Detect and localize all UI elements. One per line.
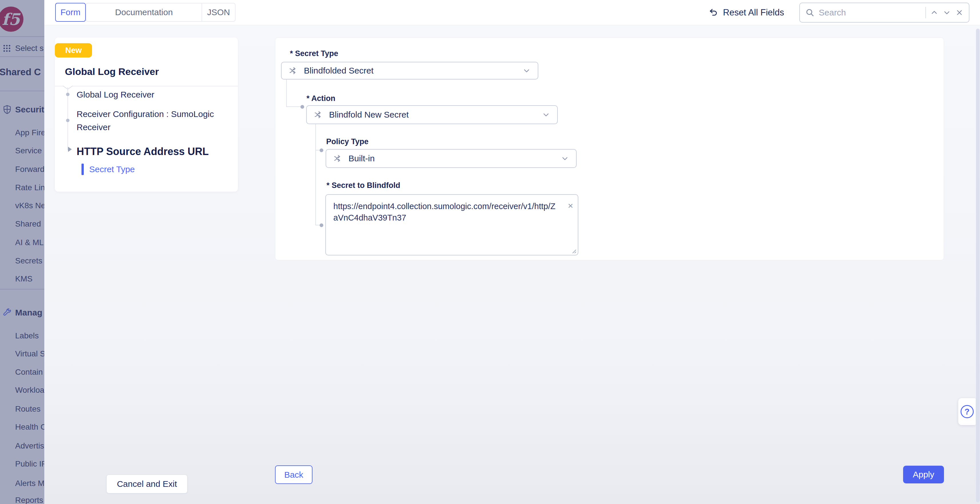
connector-dot bbox=[320, 223, 323, 227]
sidebar-section-label: Securit bbox=[15, 105, 44, 115]
left-sidebar: f5 Select s Shared C Securi bbox=[0, 0, 44, 504]
sidebar-item-rate-limiter[interactable]: Rate Lin bbox=[0, 182, 44, 193]
split-type-icon bbox=[288, 66, 298, 75]
policy-type-value: Built-in bbox=[348, 154, 555, 163]
grid-apps-icon bbox=[2, 44, 12, 53]
back-button[interactable]: Back bbox=[275, 466, 312, 484]
tab-group: Documentation JSON bbox=[86, 3, 235, 22]
help-question-icon: ? bbox=[961, 405, 974, 418]
resize-grip-icon[interactable] bbox=[570, 247, 577, 254]
sidebar-item-app-firewall[interactable]: App Fire bbox=[0, 127, 44, 139]
sidebar-divider bbox=[0, 56, 44, 57]
wizard-title: Global Log Receiver bbox=[65, 66, 159, 77]
shield-icon bbox=[2, 105, 12, 115]
secret-to-blindfold-label: * Secret to Blindfold bbox=[326, 181, 400, 190]
policy-type-label: Policy Type bbox=[326, 137, 369, 146]
wizard-nav-card: New Global Log Receiver Global Log Recei… bbox=[55, 37, 238, 191]
sidebar-item-kms[interactable]: KMS bbox=[0, 273, 44, 285]
tab-form[interactable]: Form bbox=[55, 3, 86, 22]
split-type-icon bbox=[313, 110, 323, 120]
search-divider bbox=[925, 7, 926, 18]
connector-line bbox=[315, 150, 316, 225]
tree-bullet bbox=[66, 119, 70, 122]
sidebar-item-virtual-sites[interactable]: Virtual S bbox=[0, 348, 44, 360]
f5-logo-text: f5 bbox=[2, 11, 20, 27]
secret-to-blindfold-field: https://endpoint4.collection.sumologic.c… bbox=[325, 194, 578, 255]
secret-type-label: * Secret Type bbox=[290, 49, 338, 58]
sidebar-item-workloads[interactable]: Workloa bbox=[0, 384, 44, 396]
wizard-step-global-log-receiver[interactable]: Global Log Receiver bbox=[76, 90, 154, 99]
reset-return-arrow-icon bbox=[708, 8, 718, 18]
sidebar-item-advertise-policies[interactable]: Advertis bbox=[0, 440, 44, 451]
search-box bbox=[799, 3, 969, 22]
wizard-step-secret-type[interactable]: Secret Type bbox=[89, 164, 135, 174]
workspace-title[interactable]: Shared C bbox=[0, 67, 44, 78]
action-value: Blindfold New Secret bbox=[329, 110, 536, 120]
sidebar-item-health-checks[interactable]: Health C bbox=[0, 421, 44, 433]
secret-type-value: Blindfolded Secret bbox=[304, 66, 517, 75]
split-type-icon bbox=[333, 154, 343, 163]
chevron-down-icon bbox=[522, 66, 531, 75]
clear-field-icon[interactable]: × bbox=[568, 201, 573, 210]
reset-all-fields-button[interactable]: Reset All Fields bbox=[708, 5, 784, 20]
search-icon bbox=[805, 8, 815, 18]
nav-divider bbox=[55, 86, 238, 86]
help-button[interactable]: ? bbox=[958, 398, 976, 425]
policy-type-dropdown[interactable]: Built-in bbox=[326, 149, 577, 168]
f5-logo[interactable]: f5 bbox=[0, 6, 24, 32]
tree-arrow-icon bbox=[68, 147, 72, 152]
sidebar-item-service-policies[interactable]: Service bbox=[0, 145, 44, 156]
sidebar-item-labels[interactable]: Labels bbox=[0, 330, 44, 341]
sidebar-item-vk8s-networks[interactable]: vK8s Ne bbox=[0, 200, 44, 211]
sidebar-section-security[interactable]: Securit bbox=[0, 104, 44, 115]
sidebar-section-label: Manag bbox=[15, 308, 42, 317]
connector-line bbox=[315, 124, 316, 150]
sidebar-item-alerts-management[interactable]: Alerts M bbox=[0, 478, 44, 489]
active-step-indicator bbox=[81, 164, 84, 175]
sidebar-item-shared[interactable]: Shared bbox=[0, 218, 44, 230]
form-card: * Secret Type Blindfolded Secret * Actio… bbox=[275, 37, 944, 260]
app-window: f5 Select s Shared C Securi bbox=[0, 0, 980, 504]
close-icon[interactable] bbox=[955, 8, 964, 17]
chevron-up-icon[interactable] bbox=[930, 8, 939, 17]
apply-button[interactable]: Apply bbox=[903, 466, 944, 483]
tree-bullet bbox=[66, 93, 70, 96]
reset-all-fields-label: Reset All Fields bbox=[723, 8, 784, 18]
new-badge: New bbox=[55, 43, 92, 57]
sidebar-divider bbox=[0, 36, 44, 37]
sidebar-item-reports[interactable]: Reports bbox=[0, 494, 44, 504]
connector-dot bbox=[301, 105, 304, 109]
chevron-down-icon bbox=[542, 110, 550, 119]
action-label: * Action bbox=[307, 94, 335, 103]
sidebar-item-secrets[interactable]: Secrets bbox=[0, 255, 44, 266]
connector-line bbox=[286, 80, 287, 107]
cancel-and-exit-button[interactable]: Cancel and Exit bbox=[107, 475, 188, 493]
tab-json[interactable]: JSON bbox=[202, 3, 235, 21]
chevron-down-icon bbox=[561, 154, 569, 163]
secret-type-dropdown[interactable]: Blindfolded Secret bbox=[281, 62, 538, 80]
connector-line bbox=[286, 107, 301, 107]
sidebar-section-manage[interactable]: Manag bbox=[0, 307, 44, 318]
sidebar-divider bbox=[0, 91, 44, 91]
search-input[interactable] bbox=[819, 8, 921, 18]
tab-documentation[interactable]: Documentation bbox=[86, 3, 202, 21]
modal-top-bar: Form Documentation JSON Reset All Fields bbox=[44, 0, 980, 25]
secret-to-blindfold-input[interactable]: https://endpoint4.collection.sumologic.c… bbox=[326, 195, 578, 255]
wizard-modal-body: New Global Log Receiver Global Log Recei… bbox=[44, 25, 980, 504]
wrench-icon bbox=[2, 308, 12, 317]
sidebar-item-label: Select s bbox=[15, 44, 44, 53]
connector-dot bbox=[320, 148, 323, 152]
sidebar-item-forward-proxy[interactable]: Forward bbox=[0, 164, 44, 175]
chevron-down-icon[interactable] bbox=[943, 8, 951, 17]
sidebar-item-ai-ml[interactable]: AI & ML bbox=[0, 237, 44, 248]
sidebar-item-routes[interactable]: Routes bbox=[0, 404, 44, 415]
sidebar-item-public-ips[interactable]: Public IP bbox=[0, 458, 44, 470]
vertical-scrollbar[interactable] bbox=[976, 29, 980, 502]
sidebar-item-select-service[interactable]: Select s bbox=[0, 43, 44, 54]
sidebar-item-containers[interactable]: Contain bbox=[0, 367, 44, 378]
wizard-step-receiver-configuration[interactable]: Receiver Configuration : SumoLogic Recei… bbox=[76, 108, 237, 134]
action-dropdown[interactable]: Blindfold New Secret bbox=[306, 105, 558, 124]
sidebar-divider bbox=[0, 289, 44, 289]
wizard-step-http-source-address-url[interactable]: HTTP Source Address URL bbox=[76, 145, 209, 158]
